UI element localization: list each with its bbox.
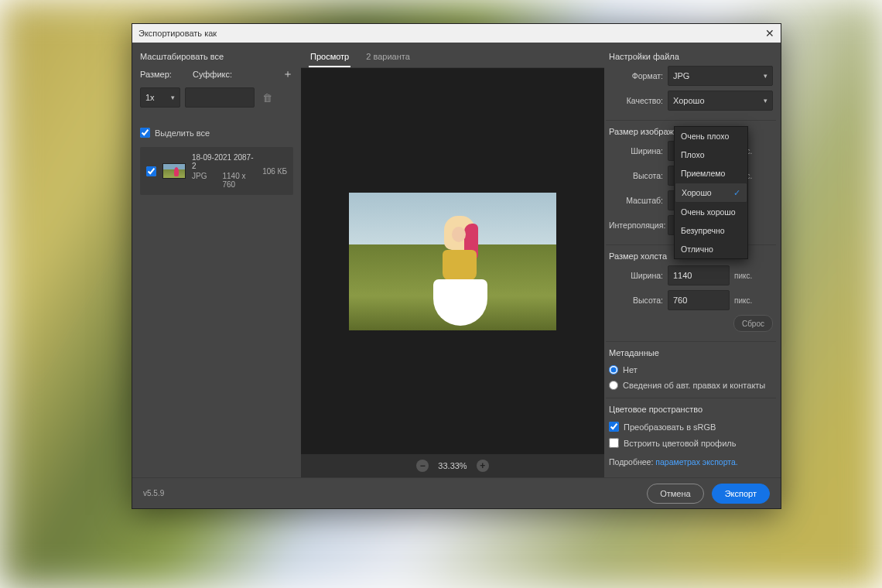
- canvash-label: Высота:: [609, 296, 663, 305]
- unit-px: пикс.: [734, 272, 756, 280]
- canvasw-label: Ширина:: [609, 271, 663, 280]
- metadata-title: Метаданные: [609, 348, 773, 357]
- zoom-in-button[interactable]: +: [477, 460, 489, 472]
- reset-button[interactable]: Сброс: [733, 315, 773, 332]
- tabs: Просмотр 2 варианта: [301, 43, 604, 68]
- chevron-down-icon: ▾: [171, 94, 175, 101]
- meta-none-label: Нет: [623, 365, 638, 374]
- embed-label: Встроить цветовой профиль: [624, 439, 736, 448]
- srgb-label: Преобразовать в sRGB: [624, 422, 716, 432]
- quality-option[interactable]: Отлично: [675, 240, 747, 258]
- quality-label: Качество:: [609, 96, 663, 105]
- left-panel: Масштабировать все Размер: Суффикс: ＋ 1x…: [132, 43, 301, 477]
- dialog-title: Экспортировать как: [138, 29, 217, 38]
- suffix-label: Суффикс:: [193, 70, 232, 79]
- middle-panel: Просмотр 2 варианта − 33.33% +: [301, 43, 604, 477]
- tab-variants[interactable]: 2 варианта: [364, 47, 412, 67]
- cancel-button[interactable]: Отмена: [647, 484, 703, 504]
- meta-rights-label: Сведения об авт. правах и контакты: [623, 381, 765, 390]
- add-size-icon[interactable]: ＋: [282, 67, 293, 81]
- asset-format: JPG: [192, 172, 207, 189]
- quality-option[interactable]: Приемлемо: [675, 164, 747, 183]
- close-icon[interactable]: ✕: [765, 27, 774, 39]
- meta-none-radio[interactable]: [609, 365, 618, 374]
- canvash-input[interactable]: [668, 290, 730, 310]
- size-label: Размер:: [140, 70, 177, 79]
- format-label: Формат:: [609, 71, 663, 80]
- export-dialog: Экспортировать как ✕ Масштабировать все …: [132, 23, 781, 509]
- preview-image: [349, 193, 556, 330]
- quality-option[interactable]: Безупречно: [675, 221, 747, 240]
- zoom-out-button[interactable]: −: [416, 460, 429, 472]
- scale-value: 1x: [145, 93, 155, 102]
- trash-icon[interactable]: 🗑: [262, 92, 272, 104]
- size-suffix-row: Размер: Суффикс: ＋: [140, 67, 293, 81]
- quality-dropdown: Очень плохоПлохоПриемлемоХорошо✓Очень хо…: [674, 126, 748, 259]
- asset-checkbox[interactable]: [146, 166, 156, 176]
- size-suffix-inputs: 1x ▾ 🗑: [140, 87, 293, 108]
- embed-row[interactable]: Встроить цветовой профиль: [609, 438, 773, 448]
- preview-area[interactable]: [301, 68, 604, 454]
- footer: v5.5.9 Отмена Экспорт: [132, 477, 781, 508]
- interp-label: Интерполяция:: [609, 220, 663, 230]
- export-button[interactable]: Экспорт: [712, 484, 770, 504]
- scale-select[interactable]: 1x ▾: [140, 87, 180, 108]
- scale-all-label: Масштабировать все: [140, 52, 293, 61]
- right-panel: Настройки файла Формат: JPG ▾ Качество: …: [604, 43, 781, 477]
- meta-rights-radio[interactable]: [609, 381, 618, 390]
- meta-none-row[interactable]: Нет: [609, 365, 773, 374]
- learn-link[interactable]: параметрах экспорта.: [655, 457, 737, 467]
- embed-checkbox[interactable]: [609, 438, 619, 448]
- dialog-body: Масштабировать все Размер: Суффикс: ＋ 1x…: [132, 43, 781, 477]
- select-all-label: Выделить все: [155, 128, 210, 138]
- unit-px: пикс.: [734, 296, 756, 305]
- canvasw-input[interactable]: [668, 265, 730, 285]
- imgw-label: Ширина:: [609, 146, 663, 156]
- format-value: JPG: [673, 71, 689, 80]
- asset-dims: 882 x 588: [222, 172, 256, 189]
- asset-row[interactable]: 18-09-2021 2087-2 JPG 882 x 588 106 КБ: [140, 147, 293, 195]
- chevron-down-icon: ▾: [764, 72, 767, 80]
- quality-option[interactable]: Хорошо✓: [675, 183, 747, 203]
- quality-option[interactable]: Плохо: [675, 145, 747, 164]
- asset-filesize: 106 КБ: [262, 167, 287, 176]
- imgscale-label: Масштаб:: [609, 196, 663, 205]
- version-label: v5.5.9: [143, 489, 164, 497]
- tab-preview[interactable]: Просмотр: [309, 47, 350, 67]
- suffix-input[interactable]: [185, 87, 255, 108]
- file-settings-title: Настройки файла: [609, 52, 773, 61]
- asset-name: 18-09-2021 2087-2: [192, 153, 256, 170]
- select-all-checkbox[interactable]: [140, 128, 150, 138]
- imgh-label: Высота:: [609, 171, 663, 180]
- colorspace-title: Цветовое пространство: [609, 405, 773, 414]
- srgb-checkbox[interactable]: [609, 422, 619, 432]
- zoom-level: 33.33%: [438, 461, 467, 470]
- quality-select[interactable]: Хорошо ▾: [668, 91, 773, 111]
- srgb-row[interactable]: Преобразовать в sRGB: [609, 422, 773, 432]
- learn-more: Подробнее: параметрах экспорта.: [609, 457, 773, 467]
- quality-option[interactable]: Очень плохо: [675, 127, 747, 145]
- titlebar: Экспортировать как ✕: [132, 24, 781, 43]
- quality-option[interactable]: Очень хорошо: [675, 203, 747, 221]
- format-select[interactable]: JPG ▾: [668, 66, 773, 86]
- meta-rights-row[interactable]: Сведения об авт. правах и контакты: [609, 381, 773, 390]
- chevron-down-icon: ▾: [764, 97, 767, 104]
- select-all-row[interactable]: Выделить все: [140, 128, 293, 138]
- quality-value: Хорошо: [673, 96, 705, 105]
- asset-thumbnail: [162, 163, 186, 179]
- check-icon: ✓: [733, 188, 740, 198]
- zoom-bar: − 33.33% +: [301, 454, 604, 477]
- asset-meta: 18-09-2021 2087-2 JPG 882 x 588: [192, 153, 256, 189]
- learn-prefix: Подробнее:: [609, 457, 655, 467]
